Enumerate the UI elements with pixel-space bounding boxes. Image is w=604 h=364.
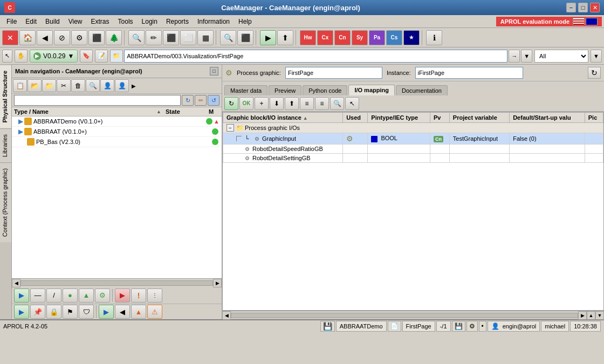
lt-tool8[interactable]: 👤 (115, 79, 129, 92)
rscroll-track[interactable] (231, 313, 578, 318)
back-button[interactable]: ◀ (37, 30, 53, 45)
lt-tool6[interactable]: 🔍 (86, 79, 100, 92)
left-search-input[interactable] (14, 95, 181, 106)
col-header-used[interactable]: Used (343, 113, 368, 123)
left-hscrollbar[interactable]: ◀ ▶ (12, 278, 222, 287)
nav-button[interactable]: ⬛ (88, 30, 105, 45)
menu-build[interactable]: Build (41, 17, 64, 26)
tool4[interactable]: ⬜ (180, 30, 196, 45)
menu-tools[interactable]: Tools (114, 17, 138, 26)
cx-button[interactable]: Cx (317, 30, 333, 45)
menu-reports[interactable]: Reports (162, 17, 193, 26)
tree-row-pbbas[interactable]: PB_Bas (V2.3.0) (12, 137, 222, 147)
path-input[interactable] (124, 50, 507, 63)
col-header-default[interactable]: Default/Start-up valu (510, 113, 585, 123)
col-header-pv[interactable]: Pv (430, 113, 449, 123)
cs-button[interactable]: Cs (386, 30, 402, 45)
lt-tool4[interactable]: ✂ (57, 79, 71, 92)
hw-button[interactable]: Hw (300, 30, 316, 45)
lt-tool5[interactable]: 🗑 (71, 79, 85, 92)
pa-button[interactable]: Pa (369, 30, 385, 45)
bt-minus[interactable]: — (30, 289, 45, 303)
edit-filter-button[interactable]: ✏ (195, 95, 207, 106)
bt2-shield[interactable]: 🛡 (79, 305, 94, 319)
edit-button[interactable]: ✏ (146, 30, 162, 45)
menu-login[interactable]: Login (138, 17, 162, 26)
minimize-button[interactable]: − (566, 3, 576, 12)
lt-tool3[interactable]: 📁 (42, 79, 56, 92)
path-dropdown[interactable]: ▼ (521, 50, 532, 63)
rscroll-up[interactable]: ▲ (587, 311, 595, 320)
active-tool[interactable]: ▶ (260, 30, 276, 45)
sys-button[interactable]: Sy (352, 30, 368, 45)
expand-arrow-2[interactable]: ▶ (18, 128, 23, 135)
tt-list2[interactable]: ≡ (315, 97, 329, 110)
bt-nav-right[interactable]: ▶ (14, 289, 29, 303)
tab-python-code[interactable]: Python code (303, 85, 347, 95)
tab-libraries[interactable]: Libraries (0, 128, 11, 162)
col-header-project-var[interactable]: Project variable (449, 113, 509, 123)
rscroll-right[interactable]: ▶ (578, 311, 587, 320)
bt2-nav[interactable]: ▶ (14, 305, 29, 319)
path-go-button[interactable]: → (509, 50, 520, 63)
refresh-button[interactable]: ↻ (588, 67, 601, 79)
menu-file[interactable]: File (2, 17, 21, 26)
lt-tool7[interactable]: 👤 (100, 79, 114, 92)
menu-edit[interactable]: Edit (21, 17, 41, 26)
tool5[interactable]: ▦ (197, 30, 214, 45)
tab-io-mapping[interactable]: I/O mapping (348, 85, 395, 95)
cycle-button[interactable]: ↺ (208, 95, 219, 106)
scroll-track[interactable] (20, 280, 213, 286)
refresh-nav-button[interactable]: ↻ (182, 95, 194, 106)
bt-nav-right-2[interactable]: ▶ (115, 289, 130, 303)
bt-fan[interactable]: ⚙ (95, 289, 110, 303)
info-button[interactable]: ℹ (426, 30, 442, 45)
search-tool[interactable]: 🔍 (220, 30, 236, 45)
bt2-warning[interactable]: ⚠ (147, 305, 162, 319)
zoom-button[interactable]: 🔍 (128, 30, 145, 45)
rscroll-down[interactable]: ▼ (595, 311, 604, 320)
tab-documentation[interactable]: Documentation (396, 85, 448, 95)
tree-button[interactable]: 🌲 (106, 30, 122, 45)
tt-search[interactable]: 🔍 (330, 97, 344, 110)
menu-extras[interactable]: Extras (87, 17, 114, 26)
process-graphic-input[interactable] (285, 67, 382, 79)
bt2-triangle[interactable]: ▲ (131, 305, 146, 319)
bt2-flag[interactable]: ⚑ (63, 305, 78, 319)
tt-ok[interactable]: OK (239, 97, 253, 110)
scroll-right-arrow[interactable]: ▶ (213, 279, 222, 287)
col-header-graphic-block[interactable]: Graphic block/I/O instance ▲ (223, 113, 343, 123)
tab-physical-structure[interactable]: Physical Structure (0, 65, 11, 128)
tt-refresh[interactable]: ↻ (224, 97, 238, 110)
menu-help[interactable]: Help (234, 17, 256, 26)
bt-circle[interactable]: ● (63, 289, 78, 303)
expand-arrow-1[interactable]: ▶ (18, 118, 23, 125)
tab-master-data[interactable]: Master data (224, 85, 267, 95)
notes-tool[interactable]: 📝 (95, 50, 108, 63)
bt-draw[interactable]: / (46, 289, 61, 303)
bt-up[interactable]: ▲ (79, 289, 94, 303)
stop-button[interactable]: ✕ (2, 30, 18, 45)
lt-tool1[interactable]: 📋 (13, 79, 27, 92)
bt2-lock[interactable]: 🔒 (46, 305, 61, 319)
right-hscrollbar[interactable]: ◀ ▶ ▲ ▼ (222, 311, 604, 319)
tt-export[interactable]: ⬆ (285, 97, 299, 110)
tt-import[interactable]: ⬇ (270, 97, 284, 110)
tree-row-abbraat[interactable]: ▶ ABBRAAT (V0.1.0+) (12, 127, 222, 137)
maximize-button[interactable]: □ (210, 67, 218, 75)
lt-arrow-right[interactable]: ▶ (129, 79, 138, 92)
bt-dots[interactable]: ⋮ (147, 289, 162, 303)
bt-exclaim[interactable]: ! (131, 289, 146, 303)
menu-view[interactable]: View (64, 17, 87, 26)
tt-list1[interactable]: ≡ (300, 97, 314, 110)
bt2-pin[interactable]: 📌 (30, 305, 45, 319)
close-button[interactable]: ✕ (590, 3, 600, 12)
bt2-back[interactable]: ◀ (115, 305, 130, 319)
filter-tool[interactable]: ⬛ (237, 30, 253, 45)
col-header-pintype[interactable]: Pintype/IEC type (368, 113, 430, 123)
menu-information[interactable]: Information (193, 17, 234, 26)
scroll-left-arrow[interactable]: ◀ (12, 279, 20, 287)
star-button[interactable]: ★ (403, 30, 420, 45)
instance-input[interactable] (415, 67, 523, 79)
table-row-graphicinput[interactable]: └ ⚙ GraphicInput ⚙ BOOL (223, 133, 603, 145)
